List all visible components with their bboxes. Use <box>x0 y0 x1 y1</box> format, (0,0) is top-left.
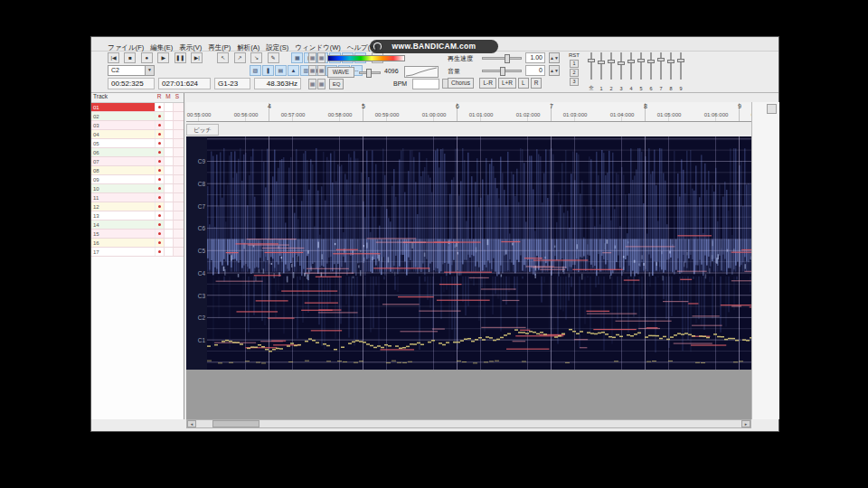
slider-thumb[interactable] <box>366 69 372 78</box>
track-name-cell[interactable]: 09 <box>91 175 155 183</box>
track-row[interactable]: 14 <box>91 221 184 230</box>
track-record-cell[interactable] <box>155 157 164 165</box>
track-record-cell[interactable] <box>155 148 164 156</box>
track-row[interactable]: 10 <box>91 184 184 193</box>
track-record-cell[interactable] <box>155 230 164 238</box>
record-button[interactable]: ● <box>141 52 153 63</box>
track-mute-cell[interactable] <box>164 112 173 120</box>
track-record-cell[interactable] <box>155 221 164 229</box>
fader-thumb[interactable] <box>637 59 645 62</box>
edit-toggle-button[interactable]: ▤ <box>275 65 287 76</box>
track-row[interactable]: 07 <box>91 157 184 166</box>
track-name-cell[interactable]: 15 <box>91 230 155 238</box>
scroll-left-icon[interactable]: ◂ <box>187 420 196 427</box>
track-mute-cell[interactable] <box>164 148 173 156</box>
track-solo-cell[interactable] <box>173 103 184 111</box>
track-record-cell[interactable] <box>155 184 164 192</box>
note-range-combobox[interactable]: C2 ▼ <box>108 65 155 76</box>
track-name-cell[interactable]: 07 <box>91 157 155 165</box>
track-record-cell[interactable] <box>155 211 164 220</box>
track-name-cell[interactable]: 05 <box>91 139 155 147</box>
track-name-cell[interactable]: 10 <box>91 184 155 192</box>
playback-speed-slider[interactable] <box>482 57 522 60</box>
track-mute-cell[interactable] <box>164 157 173 165</box>
channel-fader[interactable]: 5 <box>637 50 646 91</box>
chorus-combobox[interactable]: Chorus <box>448 78 474 89</box>
track-name-cell[interactable]: 04 <box>91 130 155 138</box>
menu-item[interactable]: ファイル(F) <box>108 42 150 52</box>
grid-view-button[interactable]: ▦ <box>308 79 316 89</box>
horizontal-scrollbar[interactable]: ◂ ▸ <box>186 419 751 428</box>
menu-item[interactable]: 再生(P) <box>208 42 237 52</box>
slider-thumb[interactable] <box>500 67 505 76</box>
track-mute-cell[interactable] <box>164 130 173 138</box>
track-name-cell[interactable]: 11 <box>91 193 155 202</box>
track-record-cell[interactable] <box>155 166 164 174</box>
track-solo-cell[interactable] <box>173 193 184 202</box>
track-name-cell[interactable]: 12 <box>91 202 155 211</box>
wave-display-button[interactable]: WAVE <box>327 67 354 78</box>
fader-thumb[interactable] <box>627 60 635 63</box>
volume-value[interactable]: 0 <box>525 65 545 76</box>
track-mute-cell[interactable] <box>164 193 173 202</box>
track-record-cell[interactable] <box>155 112 164 120</box>
track-name-cell[interactable]: 06 <box>91 148 155 156</box>
playback-speed-value[interactable]: 1.00 <box>525 52 545 63</box>
fader-thumb[interactable] <box>598 61 605 64</box>
rst-button-3[interactable]: 3 <box>570 78 579 86</box>
track-record-cell[interactable] <box>155 175 164 183</box>
spectrogram-canvas[interactable] <box>207 136 751 370</box>
chorus-mode-button[interactable]: L <box>518 78 529 89</box>
grid-view-button[interactable]: ▦ <box>317 65 326 76</box>
track-mute-cell[interactable] <box>164 139 173 147</box>
track-mute-cell[interactable] <box>164 211 173 220</box>
track-mute-cell[interactable] <box>164 248 173 256</box>
track-record-cell[interactable] <box>155 121 164 129</box>
fader-thumb[interactable] <box>647 60 655 63</box>
grid-view-button[interactable]: ▦ <box>317 52 326 63</box>
channel-fader[interactable]: 7 <box>656 50 665 91</box>
track-record-cell[interactable] <box>155 239 164 247</box>
fader-thumb[interactable] <box>667 60 675 63</box>
eq-button[interactable]: EQ <box>329 79 344 89</box>
track-row[interactable]: 16 <box>91 239 184 248</box>
to-end-button[interactable]: ▶| <box>191 52 203 63</box>
volume-spinner[interactable]: ▲▼ <box>549 65 560 76</box>
scroll-right-icon[interactable]: ▸ <box>741 420 750 427</box>
slider-thumb[interactable] <box>505 54 510 63</box>
track-record-cell[interactable] <box>155 103 164 111</box>
track-name-cell[interactable]: 13 <box>91 211 155 220</box>
edit-toggle-button[interactable]: ❚ <box>262 65 274 76</box>
channel-fader[interactable]: 8 <box>666 50 675 91</box>
track-solo-cell[interactable] <box>173 112 184 120</box>
track-solo-cell[interactable] <box>173 148 184 156</box>
track-row[interactable]: 08 <box>91 166 184 175</box>
track-solo-cell[interactable] <box>173 166 184 174</box>
track-solo-cell[interactable] <box>173 139 184 147</box>
track-mute-cell[interactable] <box>164 202 173 211</box>
pencil-tool-button[interactable]: ✎ <box>268 52 279 63</box>
track-row[interactable]: 05 <box>91 139 184 148</box>
track-row[interactable]: 11 <box>91 193 184 202</box>
track-record-cell[interactable] <box>155 130 164 138</box>
track-solo-cell[interactable] <box>173 184 184 192</box>
track-solo-cell[interactable] <box>173 221 184 229</box>
track-solo-cell[interactable] <box>173 175 184 183</box>
pitch-tab[interactable]: ピッチ <box>186 124 219 136</box>
rst-button-2[interactable]: 2 <box>570 69 579 77</box>
track-name-cell[interactable]: 03 <box>91 121 155 129</box>
play-button[interactable]: ▶ <box>157 52 169 63</box>
track-row[interactable]: 12 <box>91 202 184 211</box>
track-solo-cell[interactable] <box>173 230 184 238</box>
wave-opacity-slider[interactable] <box>359 71 381 74</box>
track-solo-cell[interactable] <box>173 121 184 129</box>
channel-fader[interactable]: 4 <box>627 50 636 91</box>
fader-thumb[interactable] <box>588 59 595 62</box>
scrollbar-thumb[interactable] <box>212 420 259 427</box>
track-name-cell[interactable]: 17 <box>91 248 155 256</box>
channel-fader[interactable]: 2 <box>607 50 616 91</box>
menu-item[interactable]: 設定(S) <box>266 42 295 52</box>
select-tool-button[interactable]: ↗ <box>234 52 246 63</box>
track-row[interactable]: 03 <box>91 121 184 130</box>
track-mute-cell[interactable] <box>164 230 173 238</box>
